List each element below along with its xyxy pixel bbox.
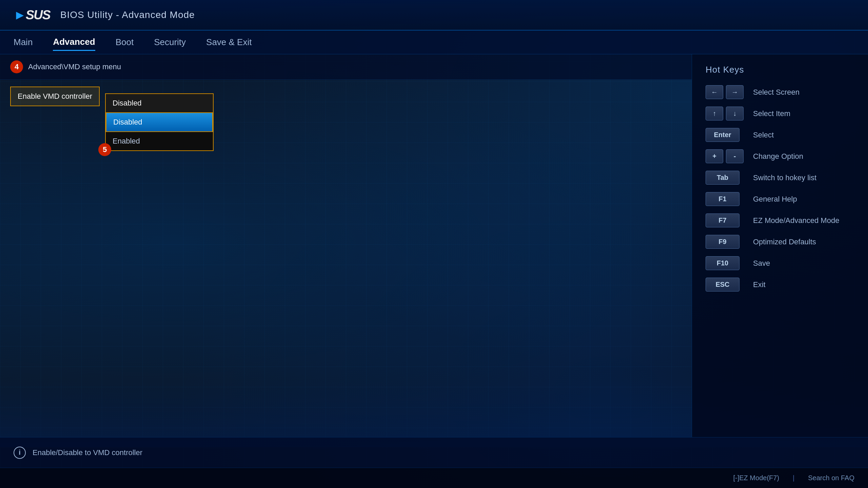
hotkey-keys-plusminus: + - [706,149,746,163]
step-badge-4: 4 [10,60,23,73]
dropdown-list: Disabled Enabled [105,112,214,151]
dropdown-current-value: Disabled [105,93,214,112]
key-right-arrow[interactable]: → [726,85,744,99]
info-text: Enable/Disable to VMD controller [33,448,142,457]
hotkey-label-change-option: Change Option [753,152,854,161]
footer: [-]EZ Mode(F7) | Search on FAQ [0,468,868,488]
hotkey-keys-esc: ESC [706,278,746,292]
hotkey-f1: F1 General Help [706,192,854,206]
hotkey-select-item: ↑ ↓ Select Item [706,107,854,120]
key-f1[interactable]: F1 [706,192,739,206]
hotkey-keys-arrows-ud: ↑ ↓ [706,107,746,120]
footer-divider: | [793,474,794,482]
key-f10[interactable]: F10 [706,256,739,270]
dropdown-popup: Disabled Disabled Enabled 5 [105,93,214,151]
hotkey-label-f10: Save [753,259,854,268]
left-panel: 4 Advanced\VMD setup menu Enable VMD con… [0,54,692,437]
tab-save-exit[interactable]: Save & Exit [206,34,252,50]
footer-ez-mode[interactable]: [-]EZ Mode(F7) [733,474,779,482]
header: ►SUS BIOS Utility - Advanced Mode [0,0,868,31]
nav-bar: Main Advanced Boot Security Save & Exit [0,31,868,54]
tab-advanced[interactable]: Advanced [53,34,95,51]
key-up-arrow[interactable]: ↑ [706,107,723,120]
hotkey-keys-f10: F10 [706,256,746,270]
hotkey-enter: Enter Select [706,128,854,142]
key-down-arrow[interactable]: ↓ [726,107,744,120]
hotkey-keys-enter: Enter [706,128,746,142]
right-panel: Hot Keys ← → Select Screen ↑ ↓ Select It… [692,54,868,437]
step-badge-5: 5 [98,143,111,156]
hotkeys-title: Hot Keys [706,64,854,75]
key-minus[interactable]: - [726,149,744,163]
key-f7[interactable]: F7 [706,213,739,227]
hotkey-f9: F9 Optimized Defaults [706,235,854,249]
hotkey-keys-f1: F1 [706,192,746,206]
breadcrumb-bar: 4 Advanced\VMD setup menu [0,54,692,80]
hotkey-keys-tab: Tab [706,171,746,185]
menu-item-vmd-controller[interactable]: Enable VMD controller [10,87,100,106]
key-esc[interactable]: ESC [706,278,739,292]
hotkey-label-f1: General Help [753,195,854,204]
hotkey-keys-f9: F9 [706,235,746,249]
tab-main[interactable]: Main [14,34,33,50]
bios-title: BIOS Utility - Advanced Mode [60,10,195,20]
hotkey-label-f9: Optimized Defaults [753,238,854,246]
key-f9[interactable]: F9 [706,235,739,249]
menu-area: Enable VMD controller Disabled Disabled … [0,80,692,114]
main-content: 4 Advanced\VMD setup menu Enable VMD con… [0,54,868,437]
key-plus[interactable]: + [706,149,723,163]
breadcrumb-path: Advanced\VMD setup menu [28,62,121,71]
hotkey-label-f7: EZ Mode/Advanced Mode [753,216,854,225]
menu-item-label: Enable VMD controller [18,92,92,101]
hotkey-label-select-item: Select Item [753,109,854,118]
hotkey-label-select-screen: Select Screen [753,88,854,97]
hotkey-f10: F10 Save [706,256,854,270]
tab-security[interactable]: Security [154,34,186,50]
hotkey-keys-f7: F7 [706,213,746,227]
hotkey-tab: Tab Switch to hokey list [706,171,854,185]
info-icon: i [14,447,26,459]
hotkey-label-select: Select [753,131,854,139]
footer-search[interactable]: Search on FAQ [808,474,854,482]
dropdown-option-enabled[interactable]: Enabled [106,132,213,150]
info-bar: i Enable/Disable to VMD controller [0,437,868,468]
hotkey-keys-arrows-lr: ← → [706,85,746,99]
key-left-arrow[interactable]: ← [706,85,723,99]
key-enter[interactable]: Enter [706,128,739,142]
tab-boot[interactable]: Boot [116,34,134,50]
dropdown-option-disabled[interactable]: Disabled [106,112,213,132]
hotkey-esc: ESC Exit [706,278,854,292]
hotkey-select-screen: ← → Select Screen [706,85,854,99]
asus-logo: ►SUS [14,8,50,22]
hotkey-label-tab: Switch to hokey list [753,173,854,182]
hotkey-change-option: + - Change Option [706,149,854,163]
key-tab[interactable]: Tab [706,171,739,185]
hotkey-label-esc: Exit [753,280,854,289]
hotkey-f7: F7 EZ Mode/Advanced Mode [706,213,854,227]
